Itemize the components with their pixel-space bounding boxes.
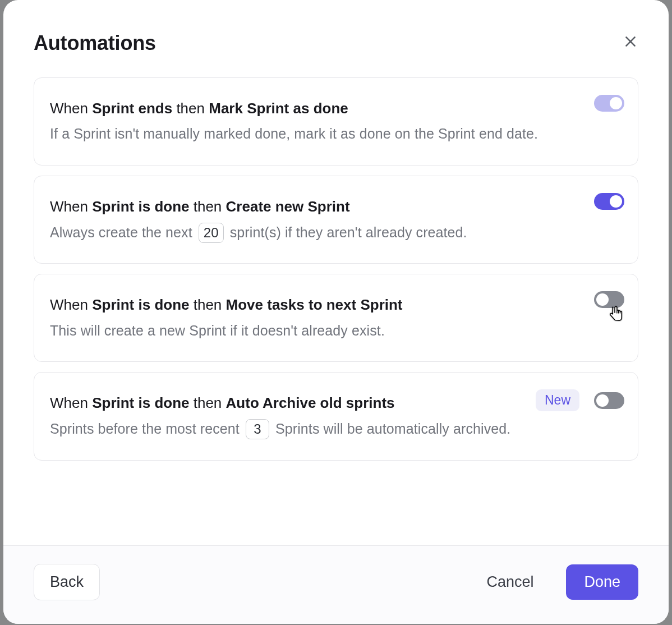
title-prefix: When: [50, 394, 92, 411]
automation-toggle[interactable]: [594, 392, 624, 409]
automation-toggle[interactable]: [594, 193, 624, 210]
automation-card: When Sprint ends then Mark Sprint as don…: [34, 77, 638, 166]
automation-description: This will create a new Sprint if it does…: [50, 320, 555, 342]
title-condition: Sprint is done: [92, 394, 189, 411]
automation-card: When Sprint is done then Auto Archive ol…: [34, 372, 638, 460]
back-button[interactable]: Back: [34, 564, 100, 600]
automation-description: Sprints before the most recent 3 Sprints…: [50, 418, 555, 440]
automation-card: When Sprint is done then Move tasks to n…: [34, 274, 638, 362]
automation-title: When Sprint is done then Move tasks to n…: [50, 295, 555, 315]
card-right: [594, 193, 624, 210]
title-action: Move tasks to next Sprint: [226, 296, 403, 313]
card-right: New: [536, 389, 624, 411]
automation-title: When Sprint ends then Mark Sprint as don…: [50, 98, 555, 118]
sprint-count-input[interactable]: 20: [199, 223, 224, 243]
title-condition: Sprint ends: [92, 100, 172, 117]
close-icon: [623, 34, 638, 49]
new-badge: New: [536, 389, 579, 411]
automation-title: When Sprint is done then Auto Archive ol…: [50, 393, 555, 413]
title-prefix: When: [50, 296, 92, 313]
done-button[interactable]: Done: [566, 564, 638, 600]
archive-count-input[interactable]: 3: [246, 419, 269, 439]
title-prefix: When: [50, 198, 92, 215]
automation-content: When Sprint is done then Move tasks to n…: [50, 295, 622, 341]
title-condition: Sprint is done: [92, 198, 189, 215]
title-middle: then: [190, 394, 226, 411]
title-middle: then: [190, 296, 226, 313]
modal-header: Automations: [3, 0, 669, 72]
cancel-button[interactable]: Cancel: [471, 564, 549, 600]
title-action: Mark Sprint as done: [209, 100, 348, 117]
automation-toggle[interactable]: [594, 291, 624, 308]
title-middle: then: [190, 198, 226, 215]
title-prefix: When: [50, 100, 92, 117]
automation-title: When Sprint is done then Create new Spri…: [50, 196, 555, 217]
title-middle: then: [172, 100, 209, 117]
title-action: Create new Sprint: [226, 198, 350, 215]
modal-footer: Back Cancel Done: [3, 545, 669, 624]
automation-content: When Sprint ends then Mark Sprint as don…: [50, 98, 622, 145]
automation-toggle[interactable]: [594, 95, 624, 112]
desc-after: Sprints will be automatically archived.: [271, 421, 510, 436]
modal-body: When Sprint ends then Mark Sprint as don…: [3, 72, 669, 545]
automation-description: Always create the next 20 sprint(s) if t…: [50, 222, 555, 243]
title-action: Auto Archive old sprints: [226, 394, 395, 411]
desc-after: sprint(s) if they aren't already created…: [226, 224, 467, 240]
automations-modal: Automations When Sprint ends then Mark S…: [3, 0, 669, 624]
close-button[interactable]: [620, 31, 641, 52]
automation-card: When Sprint is done then Create new Spri…: [34, 176, 638, 264]
modal-title: Automations: [34, 31, 156, 55]
automation-description: If a Sprint isn't manually marked done, …: [50, 123, 555, 145]
desc-before: Sprints before the most recent: [50, 421, 243, 436]
automation-content: When Sprint is done then Create new Spri…: [50, 196, 622, 243]
card-right: [594, 291, 624, 308]
title-condition: Sprint is done: [92, 296, 189, 313]
desc-before: Always create the next: [50, 224, 196, 240]
card-right: [594, 95, 624, 112]
